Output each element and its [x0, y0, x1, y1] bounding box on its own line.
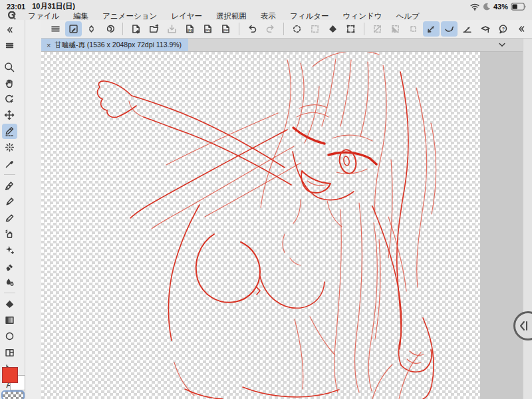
- updown-stepper-button[interactable]: [83, 21, 100, 37]
- edit-tool-button[interactable]: [65, 21, 82, 37]
- export-psd-icon: psd: [220, 23, 231, 35]
- clip-link-button[interactable]: [101, 21, 118, 37]
- hamburger-icon: [5, 41, 15, 51]
- tool-panel: A: [0, 20, 41, 399]
- svg-text:png: png: [205, 28, 211, 32]
- hamburger-menu-button[interactable]: [47, 21, 64, 37]
- snap-grid-button[interactable]: [459, 21, 475, 37]
- pen-nib-icon: [4, 180, 15, 192]
- deselect-icon: [309, 23, 321, 35]
- toolbar-separator: [364, 23, 364, 35]
- mask-half-button[interactable]: [387, 21, 404, 37]
- save-button[interactable]: [164, 21, 180, 37]
- tool-decoration[interactable]: [2, 242, 17, 257]
- collapse-toolbar-button[interactable]: [513, 21, 529, 37]
- mask-diagonal-icon: [372, 23, 383, 35]
- status-date: 10月31日(日): [32, 1, 75, 11]
- undo-button[interactable]: [244, 21, 261, 37]
- hand-icon: [4, 78, 15, 89]
- svg-text:psd: psd: [223, 28, 229, 32]
- snap-ruler-button[interactable]: [423, 21, 440, 37]
- tool-airbrush[interactable]: [2, 226, 17, 241]
- gradient-icon: [4, 315, 15, 326]
- toolbar-separator: [239, 23, 239, 35]
- wifi-icon: [469, 3, 480, 11]
- eyedropper-icon: [4, 158, 15, 170]
- sparkle-icon: [4, 244, 15, 255]
- fill-selection-button[interactable]: [325, 21, 341, 37]
- transparent-color-swatch[interactable]: [1, 390, 25, 399]
- material-box-icon: [479, 23, 491, 35]
- undo-icon: [247, 23, 258, 35]
- deselect-button[interactable]: [307, 21, 323, 37]
- document-canvas[interactable]: [41, 52, 480, 399]
- tool-pencil[interactable]: [2, 194, 17, 209]
- mask-half-icon: [390, 23, 401, 35]
- transform-frame-button[interactable]: [342, 21, 359, 37]
- canvas-area: [41, 52, 523, 399]
- collapse-panel-button[interactable]: [2, 22, 17, 37]
- panel-menu-button[interactable]: [2, 38, 17, 53]
- open-folder-icon: [148, 23, 160, 35]
- paint-bucket-icon: [4, 299, 15, 310]
- tool-figure[interactable]: [2, 329, 17, 344]
- battery-icon: [511, 3, 527, 11]
- mask-diagonal-button[interactable]: [369, 21, 386, 37]
- menu-bar: ファイル 編集 アニメーション レイヤー 選択範囲 表示 フィルター ウィンドウ…: [0, 11, 532, 21]
- clip-studio-app: 23:01 10月31日(日) 43%: [0, 0, 532, 399]
- selection-pen-icon: [4, 126, 15, 137]
- tool-gradient[interactable]: [2, 313, 17, 328]
- new-file-button[interactable]: [128, 21, 144, 37]
- clip-studio-logo[interactable]: [7, 11, 19, 21]
- tool-eyedropper[interactable]: [2, 156, 17, 172]
- redo-button[interactable]: [262, 21, 279, 37]
- brush-icon: [4, 212, 15, 223]
- document-tab[interactable]: × 甘噛縅-再 (1536 x 2048px 72dpi 113.9%): [41, 39, 188, 51]
- tool-eraser[interactable]: [2, 259, 17, 274]
- export-jpg-icon: jpg: [184, 23, 196, 35]
- snap-ruler-icon: [426, 23, 437, 35]
- help-button[interactable]: ?: [495, 21, 511, 37]
- main-toolbar: jpg png psd: [41, 20, 532, 39]
- material-box-button[interactable]: [477, 21, 493, 37]
- tool-separator: [4, 174, 15, 175]
- tool-move[interactable]: [2, 108, 17, 123]
- clip-spiral-icon: [104, 23, 115, 35]
- export-png-button[interactable]: png: [200, 21, 216, 37]
- chevrons-left-icon: [516, 24, 526, 34]
- magic-wand-icon: [4, 142, 15, 153]
- tool-fill[interactable]: [2, 297, 17, 312]
- export-jpg-button[interactable]: jpg: [182, 21, 198, 37]
- color-swatches: [0, 366, 30, 399]
- toolbar-separator: [122, 23, 123, 35]
- new-file-icon: [130, 23, 142, 35]
- tab-title: 甘噛縅-再 (1536 x 2048px 72dpi 113.9%): [55, 41, 182, 50]
- mask-square-button[interactable]: [405, 21, 422, 37]
- snap-special-ruler-button[interactable]: [441, 21, 458, 37]
- select-launcher-button[interactable]: [289, 21, 305, 37]
- save-icon: [166, 23, 178, 35]
- hamburger-icon: [50, 23, 61, 35]
- tool-brush[interactable]: [2, 210, 17, 225]
- tool-frame-border[interactable]: [2, 345, 17, 360]
- tab-overflow-button[interactable]: [497, 39, 507, 51]
- open-file-button[interactable]: [146, 21, 162, 37]
- tool-pen[interactable]: [2, 178, 17, 194]
- battery-percent: 43%: [493, 3, 508, 11]
- magnifier-icon: [3, 61, 15, 73]
- tool-selection-pen[interactable]: [2, 124, 17, 139]
- selection-launcher-icon: [291, 23, 303, 35]
- export-psd-button[interactable]: psd: [217, 21, 234, 37]
- updown-chevrons-icon: [86, 23, 96, 35]
- right-edge-strip: [523, 39, 532, 399]
- tool-auto-select[interactable]: [2, 140, 17, 155]
- tab-close-icon[interactable]: ×: [47, 41, 51, 49]
- tool-hand[interactable]: [2, 76, 17, 91]
- foreground-color-swatch[interactable]: [2, 367, 18, 383]
- rotate-canvas-icon: [3, 93, 15, 105]
- eraser-icon: [4, 261, 15, 272]
- tool-zoom[interactable]: [2, 59, 17, 74]
- sketch-drawing: [41, 52, 480, 399]
- tool-rotate-canvas[interactable]: [2, 92, 17, 107]
- tool-blend[interactable]: [2, 275, 17, 290]
